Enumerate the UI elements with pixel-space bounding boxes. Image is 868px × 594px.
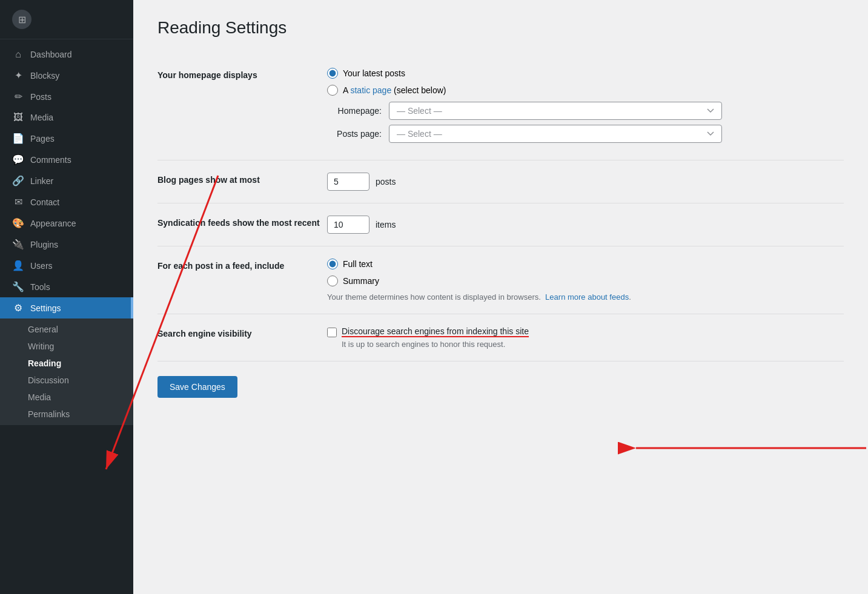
static-page-text: A static page (select below): [343, 85, 446, 95]
search-visibility-hint: It is up to search engines to honor this…: [342, 340, 844, 349]
summary-radio[interactable]: [327, 276, 338, 286]
linker-icon: 🔗: [12, 175, 24, 186]
homepage-displays-row: Your homepage displays Your latest posts…: [157, 56, 844, 160]
sidebar-item-label: Settings: [30, 303, 61, 313]
search-visibility-checkbox[interactable]: [327, 328, 337, 337]
feed-note: Your theme determines how content is dis…: [327, 292, 844, 302]
settings-icon: ⚙: [12, 302, 24, 314]
posts-icon: ✏: [12, 91, 24, 102]
sidebar-item-label: Dashboard: [30, 50, 72, 59]
posts-page-select-label: Posts page:: [327, 129, 382, 139]
sub-nav-discussion[interactable]: Discussion: [0, 372, 133, 389]
plugins-icon: 🔌: [12, 239, 24, 250]
sub-nav-general[interactable]: General: [0, 321, 133, 338]
syndication-feeds-suffix: items: [376, 220, 396, 229]
sub-nav-writing[interactable]: Writing: [0, 338, 133, 355]
homepage-displays-label: Your homepage displays: [157, 68, 327, 80]
pages-icon: 📄: [12, 133, 24, 144]
sub-nav-label: Reading: [28, 358, 61, 368]
static-page-link[interactable]: static page: [350, 85, 391, 95]
sub-nav-reading[interactable]: Reading: [0, 355, 133, 372]
sidebar-item-label: Blocksy: [30, 71, 59, 81]
posts-page-select[interactable]: — Select —: [389, 125, 722, 143]
latest-posts-option[interactable]: Your latest posts: [327, 68, 844, 79]
sidebar-item-label: Comments: [30, 155, 71, 165]
full-text-label: Full text: [343, 259, 373, 269]
sidebar-item-label: Linker: [30, 176, 53, 186]
syndication-feeds-control: items: [327, 216, 844, 234]
sub-nav-label: Media: [28, 392, 51, 402]
homepage-displays-control: Your latest posts A static page (select …: [327, 68, 844, 148]
wp-icon: ⊞: [12, 10, 31, 29]
sidebar-item-label: Plugins: [30, 240, 58, 249]
summary-option[interactable]: Summary: [327, 276, 844, 286]
homepage-select[interactable]: — Select —: [389, 102, 722, 120]
sub-nav-label: Discussion: [28, 375, 69, 385]
settings-sub-navigation: General Writing Reading Discussion Media…: [0, 318, 133, 425]
full-text-radio[interactable]: [327, 259, 338, 269]
search-visibility-control: Discourage search engines from indexing …: [327, 326, 844, 349]
search-visibility-checkbox-label[interactable]: Discourage search engines from indexing …: [342, 326, 529, 336]
sidebar-item-linker[interactable]: 🔗 Linker: [0, 170, 133, 191]
sub-nav-media[interactable]: Media: [0, 389, 133, 406]
sidebar-item-pages[interactable]: 📄 Pages: [0, 128, 133, 149]
appearance-icon: 🎨: [12, 217, 24, 229]
save-changes-button[interactable]: Save Changes: [157, 376, 237, 398]
sidebar-item-label: Posts: [30, 92, 51, 102]
sidebar-item-label: Pages: [30, 134, 55, 144]
sidebar: ⊞ ⌂ Dashboard ✦ Blocksy ✏ Posts 🖼 Media …: [0, 0, 133, 594]
contact-icon: ✉: [12, 196, 24, 208]
sidebar-item-dashboard[interactable]: ⌂ Dashboard: [0, 44, 133, 65]
sidebar-item-users[interactable]: 👤 Users: [0, 255, 133, 276]
sub-nav-permalinks[interactable]: Permalinks: [0, 406, 133, 423]
latest-posts-radio[interactable]: [327, 68, 338, 79]
sidebar-item-posts[interactable]: ✏ Posts: [0, 86, 133, 107]
homepage-select-row: Homepage: — Select —: [327, 102, 844, 120]
sidebar-item-comments[interactable]: 💬 Comments: [0, 149, 133, 170]
sidebar-item-plugins[interactable]: 🔌 Plugins: [0, 234, 133, 255]
sidebar-item-tools[interactable]: 🔧 Tools: [0, 276, 133, 297]
sidebar-item-settings[interactable]: ⚙ Settings: [0, 297, 133, 318]
feed-include-label: For each post in a feed, include: [157, 259, 327, 271]
homepage-select-label: Homepage:: [327, 106, 382, 116]
sidebar-item-label: Media: [30, 113, 53, 122]
search-visibility-label: Search engine visibility: [157, 326, 327, 338]
sidebar-item-contact[interactable]: ✉ Contact: [0, 191, 133, 213]
blog-pages-control: posts: [327, 173, 844, 191]
tools-icon: 🔧: [12, 281, 24, 292]
sidebar-item-label: Appearance: [30, 219, 76, 228]
sub-nav-label: Permalinks: [28, 409, 70, 419]
static-page-option[interactable]: A static page (select below): [327, 85, 844, 96]
sidebar-item-label: Tools: [30, 282, 50, 292]
media-icon: 🖼: [12, 112, 24, 123]
syndication-feeds-label: Syndication feeds show the most recent: [157, 216, 327, 228]
sidebar-logo: ⊞: [0, 0, 133, 39]
blog-pages-input[interactable]: [327, 173, 369, 191]
static-page-radio[interactable]: [327, 85, 338, 96]
feed-include-row: For each post in a feed, include Full te…: [157, 246, 844, 314]
blocksy-icon: ✦: [12, 70, 24, 81]
sidebar-item-blocksy[interactable]: ✦ Blocksy: [0, 65, 133, 86]
feed-note-text: Your theme determines how content is dis…: [327, 292, 541, 302]
page-title: Reading Settings: [157, 18, 844, 38]
search-visibility-row: Search engine visibility Discourage sear…: [157, 314, 844, 361]
feed-include-control: Full text Summary Your theme determines …: [327, 259, 844, 302]
sidebar-item-appearance[interactable]: 🎨 Appearance: [0, 213, 133, 234]
blog-pages-row: Blog pages show at most posts: [157, 160, 844, 203]
users-icon: 👤: [12, 260, 24, 271]
sub-nav-label: General: [28, 325, 58, 334]
dashboard-icon: ⌂: [12, 49, 24, 60]
full-text-option[interactable]: Full text: [327, 259, 844, 269]
blog-pages-suffix: posts: [376, 177, 396, 186]
syndication-feeds-input[interactable]: [327, 216, 369, 234]
learn-more-link[interactable]: Learn more about feeds: [545, 292, 629, 302]
main-content: Reading Settings Your homepage displays …: [133, 0, 868, 594]
comments-icon: 💬: [12, 154, 24, 165]
summary-label: Summary: [343, 276, 379, 286]
posts-page-select-row: Posts page: — Select —: [327, 125, 844, 143]
search-visibility-checkbox-option: Discourage search engines from indexing …: [327, 326, 844, 337]
sidebar-item-media[interactable]: 🖼 Media: [0, 107, 133, 128]
latest-posts-label: Your latest posts: [343, 68, 405, 78]
sidebar-item-label: Users: [30, 261, 53, 271]
syndication-feeds-row: Syndication feeds show the most recent i…: [157, 203, 844, 246]
